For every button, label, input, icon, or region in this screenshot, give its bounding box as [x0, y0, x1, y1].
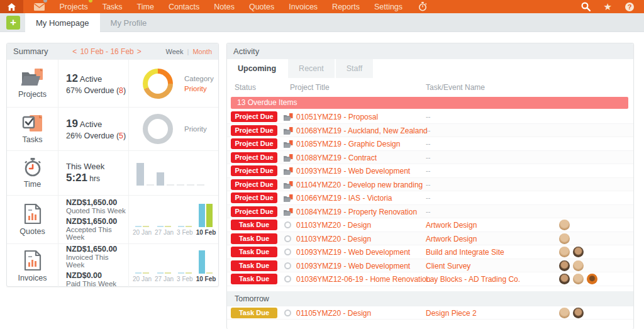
- avatar: [573, 274, 584, 284]
- project-title-link[interactable]: 01093YMZ19 - Web Development: [296, 167, 410, 176]
- help-button[interactable]: ?: [625, 3, 634, 11]
- tasks-link[interactable]: Tasks: [7, 108, 58, 150]
- star-icon: ★: [604, 2, 612, 11]
- activity-row[interactable]: Project Due01051YMZ19 - Proposal--: [227, 110, 633, 124]
- avatar: [573, 260, 584, 271]
- project-title-link[interactable]: 01066YMZ19 - IAS - Victoria: [296, 194, 392, 203]
- tasks-active-suffix: Active: [78, 120, 102, 129]
- prev-week-arrow[interactable]: <: [72, 47, 77, 56]
- project-title-link[interactable]: 01051YMZ19 - Proposal: [296, 113, 378, 121]
- activity-row[interactable]: Project Due01085YMZ19 - Graphic Design--: [227, 137, 633, 151]
- task-circle-icon: [284, 248, 291, 255]
- time-link[interactable]: Time: [7, 151, 58, 195]
- project-title-link[interactable]: 01068YMZ19 - Auckland, New Zealand: [296, 126, 428, 135]
- next-week-arrow[interactable]: >: [137, 47, 142, 56]
- week-label: 27 Jan: [155, 229, 174, 236]
- invoices-link[interactable]: Invoices: [7, 244, 58, 287]
- legend-priority[interactable]: Priority: [184, 84, 214, 94]
- activity-row[interactable]: Project Due01066YMZ19 - IAS - Victoria--: [227, 191, 633, 205]
- projects-label: Projects: [18, 90, 47, 99]
- task-name-link[interactable]: Client Survey: [426, 262, 470, 270]
- activity-row[interactable]: Task Due01093YMZ19 - Web DevelopmentBuil…: [227, 245, 633, 259]
- nav-menu: ProjectsTasksTimeContactsNotesQuotesInvo…: [52, 3, 410, 11]
- activity-row[interactable]: Task Due01036YMZ12-06-19 - Home Renovati…: [227, 272, 633, 286]
- project-title-link[interactable]: 01093YMZ19 - Web Development: [296, 248, 410, 257]
- legend-category[interactable]: Category: [184, 74, 214, 84]
- messages-button[interactable]: [34, 3, 45, 11]
- nav-item-projects[interactable]: Projects: [60, 3, 88, 11]
- project-folder-icon: [284, 140, 293, 151]
- nav-item-quotes[interactable]: Quotes: [249, 3, 274, 11]
- project-title-link[interactable]: 01105YMZ20 - Design: [296, 309, 371, 318]
- project-title-link[interactable]: 01104YMZ20 - Develop new branding: [296, 181, 423, 189]
- timer-button[interactable]: [418, 2, 427, 11]
- week-group: 27 Jan: [155, 203, 174, 236]
- project-title-link[interactable]: 01085YMZ19 - Graphic Design: [296, 140, 400, 148]
- activity-row[interactable]: Task Due01105YMZ20 - DesignDesign Piece …: [227, 306, 633, 320]
- activity-tab-staff[interactable]: Staff: [336, 59, 373, 78]
- task-name-link[interactable]: Artwork Design: [426, 235, 477, 243]
- activity-row[interactable]: Task Due01103YMZ20 - DesignArtwork Desig…: [227, 232, 633, 246]
- nav-item-tasks[interactable]: Tasks: [103, 3, 123, 11]
- time-chart-baseline: [187, 184, 194, 186]
- activity-row[interactable]: Project Due01088YMZ19 - Contract--: [227, 151, 633, 165]
- activity-row[interactable]: Project Due01068YMZ19 - Auckland, New Ze…: [227, 124, 633, 138]
- week-label: 27 Jan: [155, 276, 174, 282]
- date-range-label: 10 Feb - 16 Feb: [80, 47, 133, 56]
- task-name-empty: --: [426, 140, 430, 147]
- activity-row[interactable]: Project Due01084YMZ19 - Property Renovat…: [227, 205, 633, 219]
- favorites-button[interactable]: ★: [604, 2, 612, 11]
- home-button[interactable]: [0, 0, 23, 13]
- project-title-link[interactable]: 01084YMZ19 - Property Renovation: [296, 208, 417, 216]
- invoices-invoiced-value: NZD$1,650.00: [66, 245, 128, 254]
- nav-item-invoices[interactable]: Invoices: [289, 3, 318, 11]
- tasks-legend-priority[interactable]: Priority: [184, 124, 207, 134]
- toggle-divider: |: [187, 48, 189, 55]
- status-badge: Project Due: [231, 152, 277, 163]
- invoices-stats: NZD$1,650.00 Invoiced This Week NZD$0.00…: [58, 244, 129, 287]
- assignee-avatars: [559, 220, 570, 230]
- activity-row[interactable]: Project Due01104YMZ20 - Develop new bran…: [227, 178, 633, 192]
- overdue-banner: 13 Overdue Items: [231, 97, 628, 109]
- time-chart-bar: [157, 172, 164, 186]
- project-title-link[interactable]: 01103YMZ20 - Design: [296, 221, 371, 230]
- project-title-link[interactable]: 01103YMZ20 - Design: [296, 235, 371, 243]
- quotes-accepted-label: Accepted This Week: [66, 226, 128, 241]
- search-button[interactable]: [581, 2, 591, 11]
- nav-item-contacts[interactable]: Contacts: [169, 3, 199, 11]
- tab-my-homepage[interactable]: My Homepage: [25, 13, 100, 32]
- activity-tab-recent[interactable]: Recent: [288, 59, 335, 78]
- add-tab-button[interactable]: +: [6, 16, 20, 30]
- activity-row[interactable]: Project Due01093YMZ19 - Web Development-…: [227, 164, 633, 178]
- activity-row[interactable]: Task Due01103YMZ20 - DesignArtwork Desig…: [227, 218, 633, 232]
- week-toggle[interactable]: Week: [166, 48, 184, 55]
- time-chart-baseline: [177, 184, 184, 186]
- quotes-document-icon: [24, 203, 42, 225]
- quotes-quoted-value: NZD$1,650.00: [66, 198, 128, 207]
- task-name-empty: --: [426, 153, 430, 161]
- tasks-check-icon: [21, 114, 44, 133]
- activity-tab-upcoming[interactable]: Upcoming: [227, 59, 287, 78]
- status-badge: Task Due: [231, 220, 277, 230]
- nav-item-notes[interactable]: Notes: [214, 3, 235, 11]
- task-name-link[interactable]: Lay Blocks - AD Trading Co.: [426, 275, 520, 284]
- tab-my-profile[interactable]: My Profile: [100, 13, 158, 32]
- invoiced-bar: [135, 272, 142, 274]
- column-project-title: Project Title: [290, 83, 330, 92]
- activity-row[interactable]: Task Due01093YMZ19 - Web DevelopmentClie…: [227, 259, 633, 273]
- month-toggle[interactable]: Month: [192, 48, 212, 55]
- project-title-link[interactable]: 01088YMZ19 - Contract: [296, 153, 377, 162]
- quotes-link[interactable]: Quotes: [7, 196, 58, 243]
- nav-item-time[interactable]: Time: [137, 3, 154, 11]
- task-name-link[interactable]: Artwork Design: [426, 221, 477, 230]
- task-name-link[interactable]: Design Piece 2: [426, 309, 477, 318]
- nav-item-reports[interactable]: Reports: [332, 3, 360, 11]
- nav-item-settings[interactable]: Settings: [374, 3, 402, 11]
- task-name-link[interactable]: Build and Integrate Site: [426, 248, 504, 257]
- time-chart-baseline: [167, 184, 174, 186]
- project-title-link[interactable]: 01093YMZ19 - Web Development: [296, 262, 410, 270]
- home-icon: [8, 3, 16, 11]
- project-title-link[interactable]: 01036YMZ12-06-19 - Home Renovation: [296, 275, 430, 284]
- invoices-chart-cell: 20 Jan27 Jan3 Feb10 Feb: [129, 244, 218, 287]
- projects-link[interactable]: Projects: [7, 60, 58, 107]
